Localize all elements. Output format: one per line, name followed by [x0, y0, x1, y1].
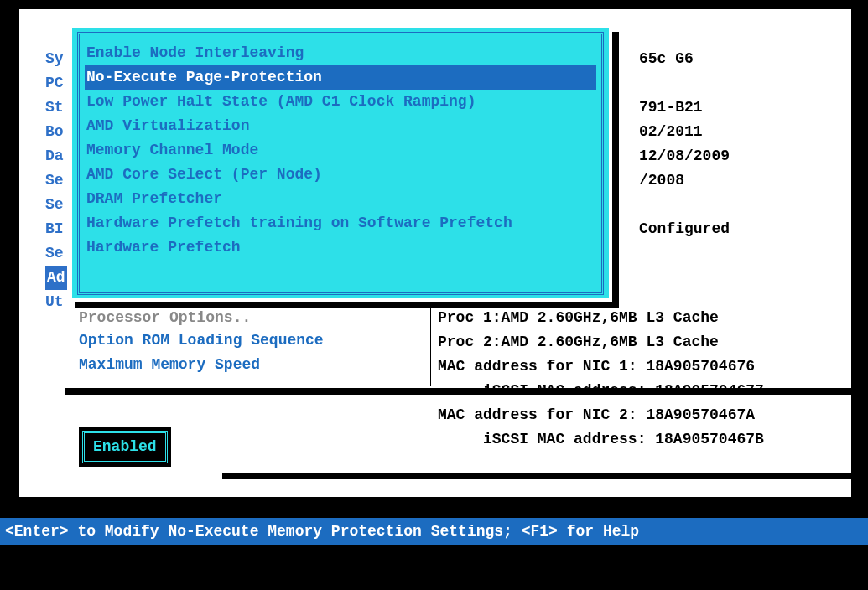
- info-line: 791-B21: [639, 96, 730, 120]
- info-proc2: Proc 2:AMD 2.60GHz,6MB L3 Cache: [438, 330, 764, 355]
- bg-label: Se: [45, 168, 67, 193]
- processor-options-popup: Enable Node Interleaving No-Execute Page…: [69, 25, 612, 302]
- help-bar: <Enter> to Modify No-Execute Memory Prot…: [0, 518, 868, 545]
- info-iscsi-mac2: iSCSI MAC address: 18A90570467B: [438, 427, 764, 452]
- advanced-options-submenu: Processor Options.. Option ROM Loading S…: [74, 306, 431, 386]
- menu-item-low-power-halt-state[interactable]: Low Power Halt State (AMD C1 Clock Rampi…: [85, 90, 596, 114]
- menu-item-hardware-prefetch[interactable]: Hardware Prefetch: [85, 235, 596, 260]
- bg-label: Sy: [45, 47, 67, 71]
- bg-label: PC: [45, 71, 67, 96]
- menu-item-no-execute-page-protection[interactable]: No-Execute Page-Protection: [85, 65, 596, 90]
- info-mac-nic2: MAC address for NIC 2: 18A90570467A: [438, 403, 764, 427]
- bg-label-highlight: Ad: [45, 266, 67, 290]
- current-value-label: Enabled: [82, 431, 168, 463]
- bg-label: Da: [45, 144, 67, 168]
- bg-label: St: [45, 96, 67, 120]
- system-info-right: 65c G6 791-B21 02/2011 12/08/2009 /2008 …: [639, 47, 730, 241]
- menu-item-memory-channel-mode[interactable]: Memory Channel Mode: [85, 138, 596, 163]
- menu-item-enable-node-interleaving[interactable]: Enable Node Interleaving: [85, 41, 596, 65]
- info-line: /2008: [639, 168, 730, 193]
- info-line: [639, 71, 730, 96]
- info-line: Configured: [639, 217, 730, 241]
- menu-item-dram-prefetcher[interactable]: DRAM Prefetcher: [85, 187, 596, 211]
- system-info-bottom: Proc 1:AMD 2.60GHz,6MB L3 Cache Proc 2:A…: [438, 306, 764, 452]
- background-left-labels: Sy PC St Bo Da Se Se BI Se Ad Ut: [45, 47, 67, 314]
- bg-label: Bo: [45, 120, 67, 144]
- info-line: 65c G6: [639, 47, 730, 71]
- submenu-item-option-rom-loading[interactable]: Option ROM Loading Sequence: [79, 329, 424, 353]
- divider-shadow-2: [222, 473, 854, 479]
- info-mac-nic1: MAC address for NIC 1: 18A905704676: [438, 355, 764, 379]
- bg-label: Se: [45, 241, 67, 266]
- submenu-item-maximum-memory-speed[interactable]: Maximum Memory Speed: [79, 353, 424, 377]
- bg-label: Ut: [45, 290, 67, 314]
- info-line: 02/2011: [639, 120, 730, 144]
- divider-shadow: [65, 388, 858, 395]
- bg-label: Se: [45, 193, 67, 217]
- menu-item-amd-virtualization[interactable]: AMD Virtualization: [85, 114, 596, 138]
- current-value-box: Enabled: [79, 427, 171, 467]
- info-line: [639, 193, 730, 217]
- menu-item-amd-core-select[interactable]: AMD Core Select (Per Node): [85, 163, 596, 187]
- bg-label: BI: [45, 217, 67, 241]
- submenu-dim-processor-options: Processor Options..: [79, 308, 424, 329]
- popup-inner-border: Enable Node Interleaving No-Execute Page…: [77, 32, 604, 295]
- info-line: 12/08/2009: [639, 144, 730, 168]
- menu-item-hw-prefetch-training[interactable]: Hardware Prefetch training on Software P…: [85, 211, 596, 235]
- info-proc1: Proc 1:AMD 2.60GHz,6MB L3 Cache: [438, 306, 764, 330]
